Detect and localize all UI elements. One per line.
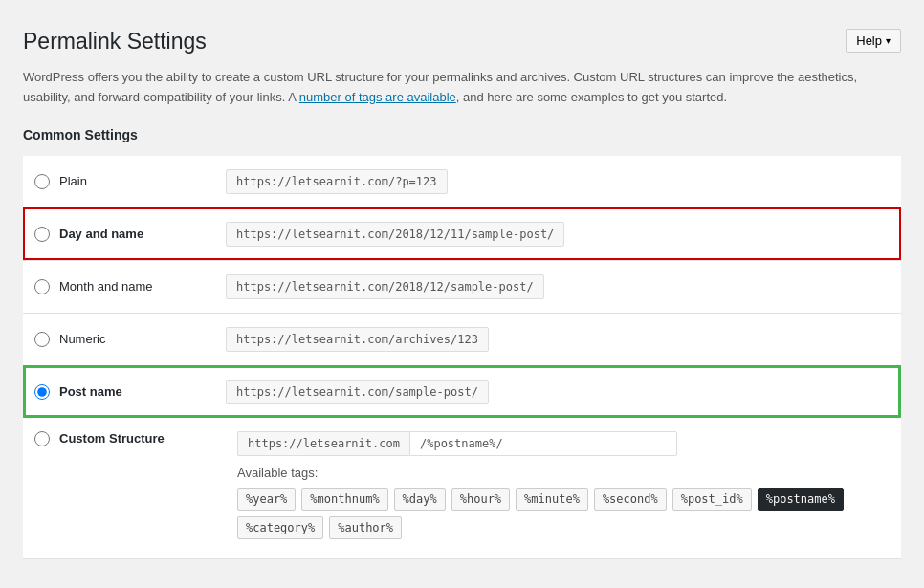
permalink-options-table: Plain https://letsearnit.com/?p=123 Day …	[23, 156, 901, 418]
tag-button-second[interactable]: %second%	[594, 488, 667, 511]
tag-button-category[interactable]: %category%	[237, 516, 323, 539]
option-row-post-name: Post name https://letsearnit.com/sample-…	[23, 365, 901, 418]
available-tags-label: Available tags:	[237, 466, 844, 480]
option-text-numeric: Numeric	[59, 332, 105, 346]
radio-post-name[interactable]	[34, 384, 50, 400]
tag-button-hour[interactable]: %hour%	[451, 488, 510, 511]
custom-structure-input[interactable]	[409, 431, 677, 456]
help-button[interactable]: Help ▾	[846, 29, 901, 53]
radio-numeric[interactable]	[34, 332, 50, 347]
tag-button-monthnum[interactable]: %monthnum%	[301, 488, 387, 511]
custom-structure-label: Custom Structure	[59, 431, 165, 446]
tag-button-author[interactable]: %author%	[329, 516, 402, 539]
url-display-numeric: https://letsearnit.com/archives/123	[226, 327, 489, 352]
option-text-post-name: Post name	[59, 384, 122, 399]
option-text-plain: Plain	[59, 174, 87, 188]
option-row-month-and-name: Month and name https://letsearnit.com/20…	[23, 260, 901, 313]
radio-custom[interactable]	[34, 431, 50, 446]
option-text-day-and-name: Day and name	[59, 227, 143, 241]
tag-button-post_id[interactable]: %post_id%	[672, 488, 752, 511]
option-label-month-and-name[interactable]: Month and name	[34, 279, 203, 294]
option-label-day-and-name[interactable]: Day and name	[34, 227, 203, 242]
radio-day-and-name[interactable]	[34, 227, 50, 242]
tag-button-minute[interactable]: %minute%	[516, 488, 588, 511]
option-row-day-and-name: Day and name https://letsearnit.com/2018…	[23, 207, 901, 260]
chevron-down-icon: ▾	[886, 35, 891, 46]
option-row-plain: Plain https://letsearnit.com/?p=123	[23, 156, 901, 208]
option-label-custom[interactable]: Custom Structure	[34, 431, 226, 446]
option-label-plain[interactable]: Plain	[34, 174, 203, 189]
url-display-post-name: https://letsearnit.com/sample-post/	[226, 380, 489, 404]
option-label-post-name[interactable]: Post name	[34, 384, 203, 400]
common-settings-heading: Common Settings	[23, 127, 901, 142]
page-title: Permalink Settings	[23, 29, 901, 54]
tag-button-day[interactable]: %day%	[394, 488, 446, 511]
url-display-plain: https://letsearnit.com/?p=123	[226, 169, 448, 194]
help-label: Help	[856, 33, 882, 48]
tags-available-link[interactable]: number of tags are available	[299, 90, 456, 104]
description-text: WordPress offers you the ability to crea…	[23, 68, 901, 108]
option-row-numeric: Numeric https://letsearnit.com/archives/…	[23, 313, 901, 365]
custom-structure-right: https://letsearnit.com Available tags:%y…	[237, 431, 844, 545]
url-display-month-and-name: https://letsearnit.com/2018/12/sample-po…	[226, 274, 544, 299]
radio-plain[interactable]	[34, 174, 50, 189]
url-display-day-and-name: https://letsearnit.com/2018/12/11/sample…	[226, 222, 564, 247]
tag-button-postname[interactable]: %postname%	[758, 488, 844, 511]
option-label-numeric[interactable]: Numeric	[34, 332, 203, 347]
tag-button-year[interactable]: %year%	[237, 488, 296, 511]
radio-month-and-name[interactable]	[34, 279, 50, 294]
option-text-month-and-name: Month and name	[59, 279, 153, 294]
custom-url-base: https://letsearnit.com	[237, 431, 409, 456]
